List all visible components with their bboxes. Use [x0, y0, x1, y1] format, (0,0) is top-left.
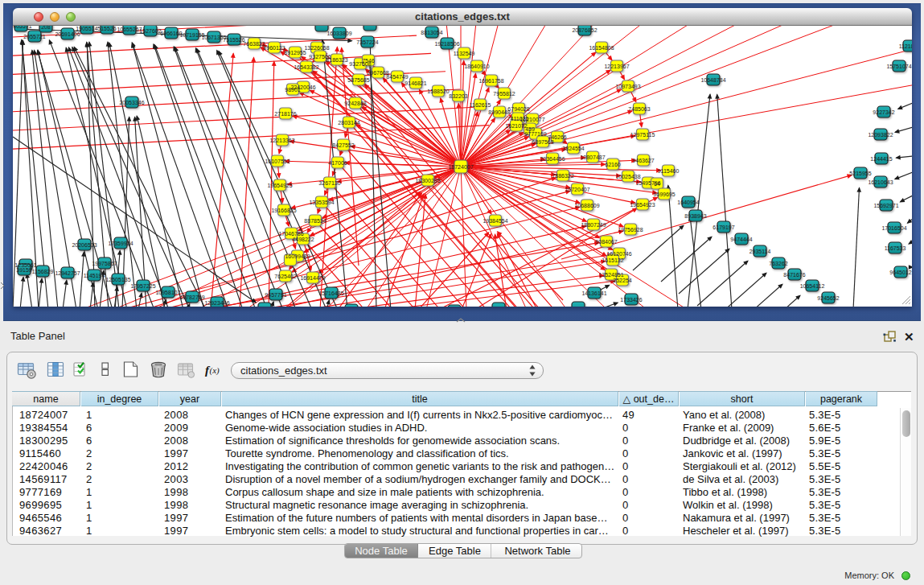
svg-text:7663822: 7663822 [243, 41, 265, 47]
svg-text:8427552: 8427552 [332, 142, 354, 148]
svg-text:19975867: 19975867 [92, 261, 117, 266]
svg-text:2935114: 2935114 [749, 249, 771, 254]
svg-text:10807487: 10807487 [580, 154, 605, 160]
svg-text:9457791: 9457791 [265, 292, 286, 298]
svg-text:9245652: 9245652 [817, 295, 839, 301]
svg-text:10025438: 10025438 [615, 174, 640, 179]
svg-text:19654925: 19654925 [267, 183, 292, 188]
svg-text:19756928: 19756928 [618, 227, 643, 233]
svg-text:1588520: 1588520 [427, 89, 449, 94]
svg-text:13226058: 13226058 [304, 45, 329, 51]
svg-text:5215955: 5215955 [849, 171, 871, 176]
svg-text:16210643: 16210643 [868, 179, 893, 185]
svg-text:9463627: 9463627 [632, 158, 654, 163]
svg-text:1527602: 1527602 [139, 28, 161, 34]
svg-text:15751074: 15751074 [886, 64, 911, 69]
svg-text:16154808: 16154808 [589, 45, 614, 51]
svg-text:16120746: 16120746 [606, 251, 631, 257]
svg-text:9777169: 9777169 [524, 131, 546, 137]
svg-text:9227342: 9227342 [873, 109, 894, 115]
svg-text:7625402: 7625402 [274, 274, 296, 279]
svg-text:19166825: 19166825 [271, 208, 296, 213]
svg-text:16033809: 16033809 [326, 31, 351, 36]
svg-text:18300295: 18300295 [415, 178, 440, 183]
svg-text:6794028: 6794028 [507, 106, 529, 112]
svg-text:15716485: 15716485 [318, 290, 343, 296]
svg-text:12213967: 12213967 [604, 64, 629, 69]
svg-text:15692971: 15692971 [873, 203, 898, 208]
svg-text:10958107: 10958107 [155, 290, 180, 295]
svg-text:5875685: 5875685 [347, 77, 369, 83]
svg-text:10688609: 10688609 [574, 203, 599, 208]
svg-text:1132549: 1132549 [454, 51, 475, 56]
svg-text:9242848: 9242848 [344, 101, 366, 106]
svg-text:12975115: 12975115 [630, 132, 655, 138]
svg-text:8186323: 8186323 [326, 57, 347, 63]
svg-text:1244415: 1244415 [870, 156, 892, 162]
svg-text:2718176: 2718176 [274, 111, 296, 117]
svg-text:252254: 252254 [613, 278, 631, 283]
svg-text:1615132: 1615132 [602, 257, 623, 263]
svg-text:7886322: 7886322 [552, 173, 573, 179]
svg-text:8878534: 8878534 [304, 218, 326, 224]
svg-text:17359924: 17359924 [108, 241, 133, 246]
svg-text:18807249: 18807249 [581, 222, 606, 228]
svg-text:7955812: 7955812 [493, 91, 515, 97]
svg-text:6179197: 6179197 [713, 225, 734, 230]
svg-text:1167533: 1167533 [885, 245, 906, 251]
svg-text:9115460: 9115460 [658, 168, 680, 174]
svg-text:10654112: 10654112 [800, 283, 825, 289]
svg-text:4498222: 4498222 [292, 237, 314, 242]
svg-text:7485063: 7485063 [628, 106, 650, 112]
svg-text:417006: 417006 [328, 160, 347, 166]
svg-text:98901: 98901 [285, 87, 301, 93]
svg-text:10648784: 10648784 [700, 77, 725, 83]
svg-text:763262: 763262 [769, 261, 787, 266]
svg-text:16782759: 16782759 [179, 295, 204, 300]
svg-text:8938943: 8938943 [684, 213, 706, 219]
svg-text:16961758: 16961758 [478, 78, 503, 84]
svg-text:1405571: 1405571 [13, 26, 32, 29]
svg-text:19218506: 19218506 [434, 41, 459, 47]
svg-text:8960123: 8960123 [263, 45, 285, 51]
svg-text:20206533: 20206533 [72, 242, 97, 248]
svg-text:16210077: 16210077 [519, 117, 544, 122]
svg-text:10655267: 10655267 [117, 27, 142, 32]
svg-text:12093822: 12093822 [868, 132, 893, 138]
svg-text:12942757: 12942757 [55, 270, 80, 276]
svg-text:13353594: 13353594 [309, 200, 334, 205]
svg-text:18724007: 18724007 [448, 164, 473, 170]
svg-text:7357224: 7357224 [356, 39, 378, 45]
svg-text:15720407: 15720407 [565, 187, 589, 192]
svg-text:17046786: 17046786 [278, 231, 303, 237]
svg-text:12505135: 12505135 [105, 277, 130, 282]
svg-text:8454749: 8454749 [386, 74, 408, 80]
svg-text:16914479: 16914479 [300, 275, 325, 281]
svg-text:1640954: 1640954 [677, 200, 699, 205]
svg-text:1905514: 1905514 [76, 26, 97, 31]
svg-text:13524851: 13524851 [598, 272, 623, 278]
svg-text:20364456: 20364456 [540, 156, 565, 162]
svg-text:12213363: 12213363 [269, 138, 294, 143]
svg-text:1145194: 1145194 [84, 273, 105, 278]
svg-text:20876852: 20876852 [572, 27, 597, 33]
svg-text:1733426: 1733426 [620, 297, 642, 303]
svg-text:18640910: 18640910 [464, 64, 489, 69]
svg-text:39159: 39159 [16, 267, 32, 273]
svg-text:64: 64 [654, 181, 660, 187]
svg-text:16543382: 16543382 [294, 64, 318, 70]
svg-text:1162615: 1162615 [470, 102, 491, 108]
svg-text:7515526: 7515526 [223, 37, 244, 43]
svg-text:14136141: 14136141 [581, 290, 606, 296]
svg-text:10973493: 10973493 [615, 84, 640, 89]
svg-text:20691406: 20691406 [55, 31, 80, 37]
svg-text:20053346: 20053346 [119, 100, 144, 105]
svg-text:19384554: 19384554 [483, 218, 507, 224]
svg-text:9084067: 9084067 [595, 239, 617, 245]
svg-text:16099489: 16099489 [285, 253, 310, 259]
svg-text:9474444: 9474444 [730, 237, 752, 242]
svg-text:2055721: 2055721 [23, 34, 45, 39]
svg-text:1121856: 1121856 [899, 43, 912, 49]
svg-text:16107552: 16107552 [265, 159, 290, 164]
svg-text:2803144: 2803144 [338, 120, 359, 126]
